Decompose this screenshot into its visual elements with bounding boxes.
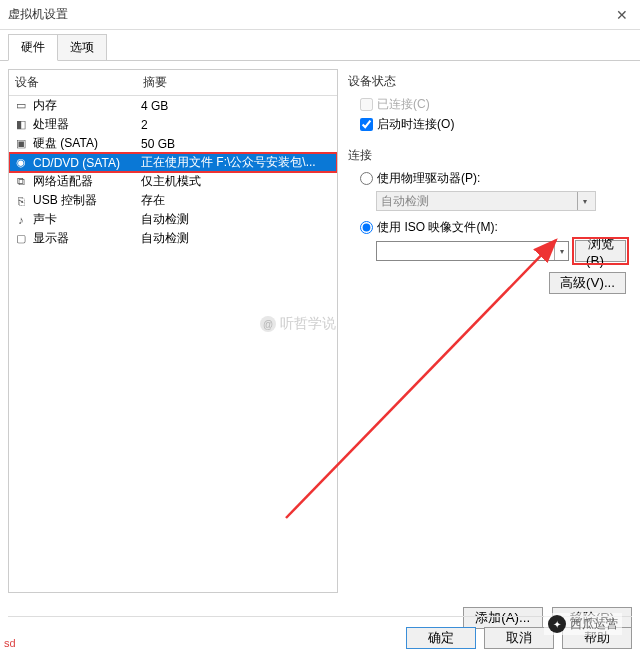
- device-row-cddvd[interactable]: ◉ CD/DVD (SATA) 正在使用文件 F:\公众号安装包\...: [9, 153, 337, 172]
- column-header-device: 设备: [15, 74, 143, 91]
- ok-button[interactable]: 确定: [406, 627, 476, 649]
- device-list: ▭ 内存 4 GB ◧ 处理器 2 ▣ 硬盘 (SATA) 50 GB ◉ CD…: [9, 96, 337, 592]
- connected-label: 已连接(C): [377, 96, 430, 113]
- connection-title: 连接: [348, 147, 626, 164]
- brand-text: 西瓜运营: [570, 616, 618, 633]
- poweron-label: 启动时连接(O): [377, 116, 454, 133]
- iso-path-input[interactable]: [377, 242, 554, 260]
- device-summary: 4 GB: [141, 99, 333, 113]
- weibo-icon: @: [260, 316, 276, 332]
- network-icon: ⧉: [13, 174, 29, 190]
- device-summary: 自动检测: [141, 230, 333, 247]
- device-row-memory[interactable]: ▭ 内存 4 GB: [9, 96, 337, 115]
- device-summary: 正在使用文件 F:\公众号安装包\...: [141, 154, 333, 171]
- close-icon[interactable]: ✕: [612, 5, 632, 25]
- iso-path-combo[interactable]: ▾: [376, 241, 569, 261]
- device-row-sound[interactable]: ♪ 声卡 自动检测: [9, 210, 337, 229]
- iso-radio[interactable]: [360, 221, 373, 234]
- brand-overlay: ✦ 西瓜运营: [544, 613, 622, 635]
- cpu-icon: ◧: [13, 117, 29, 133]
- chevron-down-icon[interactable]: ▾: [554, 242, 568, 260]
- device-name: 硬盘 (SATA): [33, 135, 141, 152]
- device-name: 显示器: [33, 230, 141, 247]
- browse-button[interactable]: 浏览(B)...: [575, 240, 626, 262]
- device-summary: 2: [141, 118, 333, 132]
- physical-radio[interactable]: [360, 172, 373, 185]
- device-row-display[interactable]: ▢ 显示器 自动检测: [9, 229, 337, 248]
- chevron-down-icon: ▾: [577, 192, 591, 210]
- disk-icon: ▣: [13, 136, 29, 152]
- device-name: USB 控制器: [33, 192, 141, 209]
- device-row-network[interactable]: ⧉ 网络适配器 仅主机模式: [9, 172, 337, 191]
- watermark-text: 听哲学说: [280, 315, 336, 333]
- display-icon: ▢: [13, 231, 29, 247]
- physical-drive-select: 自动检测 ▾: [376, 191, 596, 211]
- device-summary: 50 GB: [141, 137, 333, 151]
- sd-text: sd: [4, 637, 16, 649]
- cd-icon: ◉: [13, 155, 29, 171]
- iso-label: 使用 ISO 映像文件(M):: [377, 219, 498, 236]
- device-summary: 存在: [141, 192, 333, 209]
- memory-icon: ▭: [13, 98, 29, 114]
- poweron-checkbox[interactable]: [360, 118, 373, 131]
- device-name: 声卡: [33, 211, 141, 228]
- sound-icon: ♪: [13, 212, 29, 228]
- device-summary: 自动检测: [141, 211, 333, 228]
- device-name: 网络适配器: [33, 173, 141, 190]
- physical-drive-value: 自动检测: [381, 193, 577, 210]
- device-row-cpu[interactable]: ◧ 处理器 2: [9, 115, 337, 134]
- device-row-disk[interactable]: ▣ 硬盘 (SATA) 50 GB: [9, 134, 337, 153]
- column-header-summary: 摘要: [143, 74, 331, 91]
- advanced-button[interactable]: 高级(V)...: [549, 272, 626, 294]
- device-name: 处理器: [33, 116, 141, 133]
- physical-label: 使用物理驱动器(P):: [377, 170, 480, 187]
- window-title: 虚拟机设置: [8, 6, 612, 23]
- device-summary: 仅主机模式: [141, 173, 333, 190]
- device-name: 内存: [33, 97, 141, 114]
- device-name: CD/DVD (SATA): [33, 156, 141, 170]
- tab-options[interactable]: 选项: [57, 34, 107, 60]
- device-row-usb[interactable]: ⎘ USB 控制器 存在: [9, 191, 337, 210]
- wechat-icon: ✦: [548, 615, 566, 633]
- usb-icon: ⎘: [13, 193, 29, 209]
- tab-hardware[interactable]: 硬件: [8, 34, 58, 61]
- connected-checkbox: [360, 98, 373, 111]
- watermark: @ 听哲学说: [260, 315, 336, 333]
- device-status-title: 设备状态: [348, 73, 626, 90]
